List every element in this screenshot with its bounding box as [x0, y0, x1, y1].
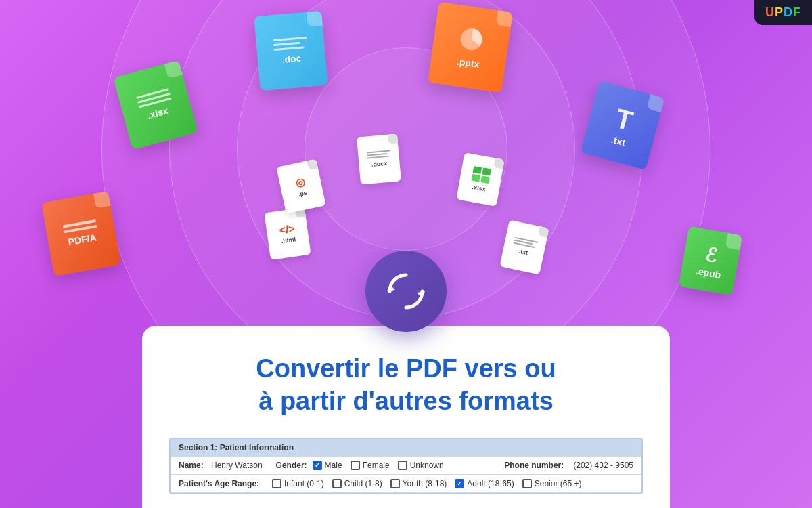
section-header: Section 1: Patient Information	[171, 439, 641, 457]
pdfa-format-icon: PDF/A	[41, 191, 121, 276]
gender-unknown-label: Unknown	[410, 461, 444, 470]
age-infant-option: Infant (0-1)	[272, 479, 324, 488]
age-senior-label: Senior (65 +)	[535, 479, 582, 488]
logo-d: D	[784, 5, 793, 19]
txt-format-label: .txt	[610, 133, 627, 148]
conversion-arrows-icon	[384, 270, 428, 313]
patient-info-row: Name: Henry Watson Gender: Male Female U…	[171, 457, 641, 475]
title-line2: à partir d'autres formats	[258, 387, 554, 415]
xlsx-small-label: .xlsx	[472, 184, 486, 192]
gender-label: Gender:	[276, 461, 307, 470]
html-small-icon: </> .html	[264, 207, 311, 260]
age-adult-label: Adult (18-65)	[467, 479, 514, 488]
phone-value: (202) 432 - 9505	[573, 461, 633, 470]
conversion-icon[interactable]	[365, 251, 447, 332]
doc-format-label: .doc	[281, 52, 302, 64]
gender-unknown-checkbox[interactable]	[398, 461, 407, 470]
gender-male-option: Male	[313, 461, 342, 470]
age-checkbox-group: Infant (0-1) Child (1-8) Youth (8-18) Ad…	[272, 479, 581, 488]
gender-unknown-option: Unknown	[398, 461, 444, 470]
age-child-checkbox[interactable]	[332, 479, 342, 488]
doc-format-icon: .doc	[254, 11, 328, 91]
docx-small-icon: .docx	[357, 134, 401, 185]
gender-male-checkbox[interactable]	[313, 461, 322, 470]
gender-female-option: Female	[351, 461, 390, 470]
ps-small-label: .ps	[298, 189, 308, 197]
age-youth-checkbox[interactable]	[390, 479, 400, 488]
epub-format-icon: ℰ .epub	[679, 226, 742, 296]
age-adult-checkbox[interactable]	[455, 479, 464, 488]
main-title: Convertir le PDF vers ou à partir d'autr…	[169, 353, 643, 417]
xlsx-small-icon: .xlsx	[456, 152, 504, 206]
age-label: Patient's Age Range:	[179, 479, 267, 488]
name-label: Name:	[179, 461, 206, 470]
txt-small-label: .txt	[518, 248, 528, 257]
gender-female-label: Female	[363, 461, 390, 470]
pptx-format-label: .pptx	[456, 56, 480, 70]
epub-format-label: .epub	[695, 265, 722, 280]
docx-small-label: .docx	[371, 160, 387, 168]
phone-label: Phone number:	[504, 461, 564, 470]
age-range-row: Patient's Age Range: Infant (0-1) Child …	[171, 475, 641, 493]
age-youth-label: Youth (8-18)	[403, 479, 447, 488]
age-youth-option: Youth (8-18)	[390, 479, 447, 488]
phone-section: Phone number: (202) 432 - 9505	[504, 461, 633, 470]
logo-f: F	[793, 5, 801, 19]
document-preview: Section 1: Patient Information Name: Hen…	[169, 438, 643, 494]
age-senior-option: Senior (65 +)	[522, 479, 582, 488]
xlsx-format-label: .xlsx	[146, 104, 169, 121]
gender-female-checkbox[interactable]	[351, 461, 360, 470]
pdfa-format-label: PDF/A	[67, 232, 97, 247]
title-line1: Convertir le PDF vers ou	[256, 354, 556, 383]
age-child-label: Child (1-8)	[344, 479, 382, 488]
gender-checkbox-group: Male Female Unknown	[313, 461, 444, 470]
age-child-option: Child (1-8)	[332, 479, 382, 488]
pptx-format-icon: .pptx	[428, 2, 513, 93]
logo-u: U	[765, 5, 775, 19]
logo-p: P	[775, 5, 784, 19]
age-adult-option: Adult (18-65)	[455, 479, 514, 488]
name-value: Henry Watson	[211, 461, 263, 470]
age-infant-checkbox[interactable]	[272, 479, 281, 488]
main-content-card: Convertir le PDF vers ou à partir d'autr…	[142, 326, 670, 508]
age-infant-label: Infant (0-1)	[284, 479, 324, 488]
gender-male-label: Male	[325, 461, 342, 470]
pptx-chart-icon	[457, 25, 485, 53]
html-small-label: .html	[281, 236, 296, 245]
age-senior-checkbox[interactable]	[522, 479, 532, 488]
updf-logo: UPDF	[754, 0, 812, 25]
